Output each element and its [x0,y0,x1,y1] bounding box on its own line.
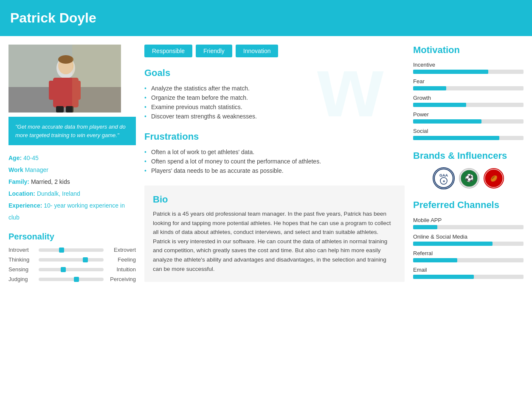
channel-item: Email [413,267,524,279]
age-label: Age: [8,155,22,161]
slider-thumb [74,277,79,282]
channel-item: Mobile APP [413,217,524,229]
experience-label: Experience: [8,202,42,209]
bar-fill [413,70,488,74]
frustrations-list: Often a lot of work to get athletes' dat… [144,147,405,175]
goals-title: Goals [144,68,405,79]
family-value: Married, 2 kids [31,178,70,185]
svg-text:⚽: ⚽ [465,174,474,183]
slider-thumb [83,257,88,262]
brands-title: Brands & Influencers [413,150,524,161]
bio-title: Bio [153,194,396,205]
motivation-label: Growth [413,95,524,101]
motivation-item: Growth [413,95,524,107]
experience-row: Experience: 10- year working experience … [8,200,136,223]
location-label: Location: [8,190,35,197]
goals-section: Goals Analyze the statistics after the m… [144,68,405,121]
bio-section: Bio Patrick is a 45 years old profession… [144,186,405,282]
age-row: Age: 40-45 [8,152,136,164]
channels-title: Preferred Channels [413,200,524,211]
brands-section: Brands & Influencers GAA ⊕ ⚽ [413,150,524,189]
bar-background [413,119,524,124]
svg-text:GAA: GAA [439,173,448,177]
channel-bars: Mobile APPOnline & Social MediaReferralE… [413,217,524,279]
slider-right-label: Intuition [106,266,136,273]
family-row: Family: Married, 2 kids [8,176,136,188]
work-value: Manager [25,166,48,173]
family-label: Family: [8,178,29,185]
work-label: Work [8,166,23,173]
location-value: Dundalk, Ireland [37,190,80,197]
slider-thumb [61,267,66,272]
slider-track [39,268,104,271]
motivation-label: Fear [413,78,524,84]
slider-row: ThinkingFeeling [8,256,136,263]
channel-label: Referral [413,250,524,256]
goals-list: Analyze the statistics after the match.O… [144,84,405,121]
frustration-item: Often a lot of work to get athletes' dat… [144,147,405,157]
channel-bar-fill [413,225,437,229]
channel-bar-background [413,258,524,262]
personality-sliders: IntrovertExtrovertThinkingFeelingSensing… [8,247,136,282]
profile-quote: "Get more accurate data from players and… [8,117,136,145]
slider-row: JudgingPerceiving [8,276,136,282]
slider-right-label: Feeling [106,256,136,263]
frustration-item: Often spend a lot of money to count the … [144,157,405,166]
channel-label: Online & Social Media [413,234,524,240]
motivation-label: Power [413,111,524,118]
goal-item: Analyze the statistics after the match. [144,84,405,93]
location-row: Location: Dundalk, Ireland [8,188,136,200]
frustrations-section: Frustrations Often a lot of work to get … [144,131,405,175]
bio-text: Patrick is a 45 years old professional t… [153,209,396,273]
right-column: Motivation IncentiveFearGrowthPowerSocia… [413,45,524,287]
slider-track [39,258,104,262]
slider-left-label: Sensing [8,266,36,273]
bar-background [413,70,524,74]
main-content: "Get more accurate data from players and… [0,36,532,295]
bar-background [413,86,524,90]
munster-logo: 🏉 [484,168,504,189]
motivation-label: Social [413,128,524,134]
tags-row: ResponsibleFriendlyInnovation [144,45,405,57]
channels-section: Preferred Channels Mobile APPOnline & So… [413,200,524,279]
channel-label: Email [413,267,524,273]
slider-left-label: Thinking [8,256,36,263]
slider-track [39,248,104,252]
svg-rect-8 [56,106,64,113]
slider-thumb [59,248,64,253]
page-header: Patrick Doyle [0,0,532,36]
slider-left-label: Judging [8,276,36,282]
slider-left-label: Introvert [8,247,36,253]
motivation-label: Incentive [413,62,524,68]
slider-row: SensingIntuition [8,266,136,273]
motivation-bars: IncentiveFearGrowthPowerSocial [413,62,524,140]
bar-fill [413,136,499,140]
bar-fill [413,86,446,90]
motivation-item: Power [413,111,524,124]
channel-bar-background [413,242,524,246]
fai-logo: ⚽ [459,168,479,189]
goal-item: Discover team strengths & weaknesses. [144,112,405,121]
motivation-item: Incentive [413,62,524,74]
personality-title: Personality [8,232,136,242]
tag-item: Friendly [196,45,232,57]
channel-bar-fill [413,258,457,262]
svg-point-11 [58,55,73,64]
channel-label: Mobile APP [413,217,524,223]
motivation-section: Motivation IncentiveFearGrowthPowerSocia… [413,45,524,140]
motivation-title: Motivation [413,45,524,56]
motivation-item: Fear [413,78,524,90]
svg-point-13 [434,169,453,188]
channel-item: Online & Social Media [413,234,524,246]
gaa-logo: GAA ⊕ [433,167,455,189]
svg-rect-12 [72,45,121,113]
brand-logos: GAA ⊕ ⚽ 🏉 [413,167,524,189]
left-column: "Get more accurate data from players and… [8,45,136,287]
page-title: Patrick Doyle [10,10,96,26]
tag-item: Responsible [144,45,192,57]
svg-rect-6 [49,81,56,100]
age-value: 40-45 [23,155,39,161]
slider-row: IntrovertExtrovert [8,247,136,253]
slider-right-label: Extrovert [106,247,136,253]
middle-inner: w ResponsibleFriendlyInnovation Goals An… [144,45,405,282]
